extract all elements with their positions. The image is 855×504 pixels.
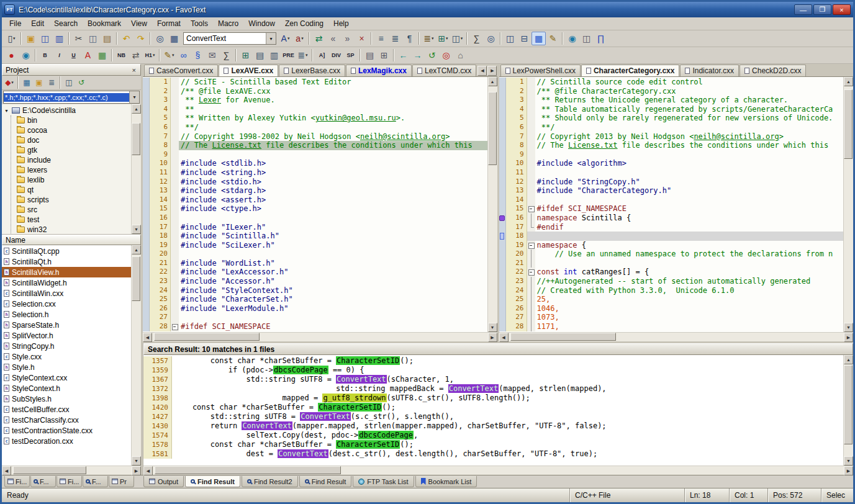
refresh-button[interactable]: ↺ xyxy=(425,48,439,62)
scroll-right-button[interactable]: ▶ xyxy=(844,333,853,342)
code-text[interactable]: 1171, xyxy=(535,322,844,331)
selection-margin[interactable] xyxy=(143,87,150,96)
line-number[interactable]: 15 xyxy=(506,204,527,214)
insert-table-button[interactable]: ⊞▾ xyxy=(436,32,450,45)
line-number[interactable]: 4 xyxy=(150,105,171,114)
selection-margin[interactable] xyxy=(499,204,506,214)
code-text[interactable]: ** Should only be rarely regenerated for… xyxy=(535,114,844,123)
code-text[interactable] xyxy=(535,259,844,268)
menu-tools[interactable]: Tools xyxy=(186,18,213,29)
line-number[interactable]: 15 xyxy=(150,204,171,214)
result-text[interactable]: std::string mappedBack = ConvertText(map… xyxy=(172,384,843,394)
search-result-line[interactable]: 1578 const char *charSetBuffer = Charact… xyxy=(143,440,843,449)
bottom-tab-find-result[interactable]: Find Result xyxy=(185,476,240,487)
code-text[interactable]: ** Lexer for Avenue. xyxy=(179,96,487,105)
name-column-header[interactable]: Name xyxy=(2,235,141,245)
macro-sum-button[interactable]: ∑ xyxy=(469,32,484,45)
search-result-line[interactable]: 1372 std::string mappedBack = ConvertTex… xyxy=(143,384,843,394)
line-number[interactable]: 13 xyxy=(150,186,171,196)
bottom-tab-output[interactable]: Output xyxy=(143,476,184,487)
scroll-thumb[interactable] xyxy=(155,466,341,474)
sidebar-hscrollbar[interactable]: ◀▶ xyxy=(2,466,141,475)
selection-margin[interactable] xyxy=(143,313,150,322)
scroll-down-button[interactable]: ▼ xyxy=(132,456,141,466)
selection-margin[interactable] xyxy=(499,87,506,96)
code-text[interactable]: #include "Accessor.h" xyxy=(179,277,487,286)
code-text[interactable]: #include "LexAccessor.h" xyxy=(179,268,487,277)
fold-collapse-icon[interactable] xyxy=(527,241,535,250)
result-text[interactable]: const char *charSetBuffer = CharacterSet… xyxy=(172,403,843,412)
right-editor-vscrollbar[interactable]: ▲▼ xyxy=(843,77,853,332)
code-text[interactable]: //++Autogenerated -- start of section au… xyxy=(535,277,844,286)
code-text[interactable]: #include "StringCopy.h" xyxy=(535,178,844,187)
list-item[interactable]: ctestCellBuffer.cxx xyxy=(2,404,131,415)
left-editor[interactable]: 1// SciTE - Scintilla based Text Editor2… xyxy=(143,77,487,332)
project-scope-button[interactable]: ◆▾ xyxy=(3,77,16,89)
code-text[interactable]: #endif xyxy=(535,223,844,232)
line-number[interactable]: 20 xyxy=(506,250,527,259)
tab-lexerbase-cxx[interactable]: LexerBase.cxx xyxy=(279,65,345,76)
docked-tab-pr[interactable]: Pr xyxy=(109,476,134,487)
line-number[interactable]: 28 xyxy=(506,322,527,331)
color-palette-button[interactable]: ▦ xyxy=(95,48,109,62)
selection-margin[interactable] xyxy=(143,304,150,313)
docked-tab-f[interactable]: F... xyxy=(83,476,108,487)
detail-view-button[interactable]: ≣ xyxy=(45,77,58,89)
code-text[interactable]: namespace { xyxy=(535,241,844,250)
selection-margin[interactable] xyxy=(143,232,150,241)
title-bar[interactable]: FT E:\Code\scintilla\lexlib\CharacterCat… xyxy=(2,2,853,17)
tab-scroll-right-button[interactable]: ▶ xyxy=(487,66,497,76)
selection-margin[interactable] xyxy=(143,159,150,168)
cut-button[interactable]: ✂ xyxy=(71,32,86,45)
search-results-vscrollbar[interactable]: ▲▼ xyxy=(843,355,853,466)
scroll-thumb[interactable] xyxy=(844,365,853,444)
code-text[interactable] xyxy=(535,150,844,160)
code-text[interactable] xyxy=(535,232,844,241)
tab-checkd2d-cxx[interactable]: CheckD2D.cxx xyxy=(740,65,806,76)
scroll-down-button[interactable]: ▼ xyxy=(844,456,853,466)
right-editor[interactable]: 1// Scintilla source code edit control2/… xyxy=(499,77,844,332)
code-text[interactable]: #include "Scintilla.h" xyxy=(179,232,487,241)
line-number[interactable]: 5 xyxy=(150,114,171,123)
menu-file[interactable]: File xyxy=(4,18,26,29)
save-all-button[interactable]: ▥ xyxy=(52,32,66,45)
result-text[interactable]: selText.Copy(dest, pdoc->dbcsCodePage, xyxy=(172,431,843,440)
menu-window[interactable]: Window xyxy=(243,18,280,29)
code-text[interactable] xyxy=(179,214,487,223)
selection-margin[interactable] xyxy=(143,268,150,277)
scroll-thumb[interactable] xyxy=(844,89,853,159)
bottom-tab-find-result[interactable]: Find Result xyxy=(299,476,352,487)
result-text[interactable]: if (pdoc->dbcsCodePage == 0) { xyxy=(172,366,843,375)
search-result-line[interactable]: 1357 const char *charSetBuffer = Charact… xyxy=(143,356,843,366)
align-center-button[interactable]: ▥ xyxy=(267,48,281,62)
view-split-button[interactable]: ◫ xyxy=(579,32,594,45)
list-item[interactable]: hStyle.h xyxy=(2,362,131,372)
search-results-list[interactable]: 1357 const char *charSetBuffer = Charact… xyxy=(143,355,843,466)
redo-button[interactable]: ↷ xyxy=(133,32,148,45)
line-number[interactable]: 17 xyxy=(150,223,171,232)
code-text[interactable]: #include "ILexer.h" xyxy=(179,223,487,232)
list-item[interactable]: hSelection.h xyxy=(2,309,131,320)
selection-margin[interactable] xyxy=(499,196,506,205)
code-text[interactable]: #include <assert.h> xyxy=(179,196,487,205)
view-browser-button[interactable]: ◉ xyxy=(565,32,579,45)
tree-folder-scripts[interactable]: scripts xyxy=(17,195,131,205)
line-number[interactable]: 22 xyxy=(150,268,171,277)
selection-margin[interactable] xyxy=(499,178,506,187)
anchor-button[interactable]: § xyxy=(191,48,205,62)
menu-zen-coding[interactable]: Zen Coding xyxy=(280,18,328,29)
selection-margin[interactable] xyxy=(499,114,506,123)
selection-margin[interactable] xyxy=(143,123,150,132)
list-item[interactable]: cSelection.cxx xyxy=(2,299,131,309)
tree-folder-test[interactable]: test xyxy=(17,215,131,225)
tab-charactercategory-cxx[interactable]: CharacterCategory.cxx xyxy=(581,65,680,76)
line-number[interactable]: 2 xyxy=(506,87,527,96)
list-item[interactable]: hScintillaWidget.h xyxy=(2,277,131,288)
line-number[interactable]: 7 xyxy=(150,132,171,142)
result-text[interactable]: std::string sUTF8 = ConvertText(s.c_str(… xyxy=(172,412,843,421)
code-text[interactable]: 1073, xyxy=(535,313,844,322)
tree-folder-include[interactable]: include xyxy=(17,155,131,165)
code-text[interactable] xyxy=(179,250,487,259)
line-number[interactable]: 3 xyxy=(506,96,527,105)
paste-button[interactable]: ▤ xyxy=(100,32,114,45)
